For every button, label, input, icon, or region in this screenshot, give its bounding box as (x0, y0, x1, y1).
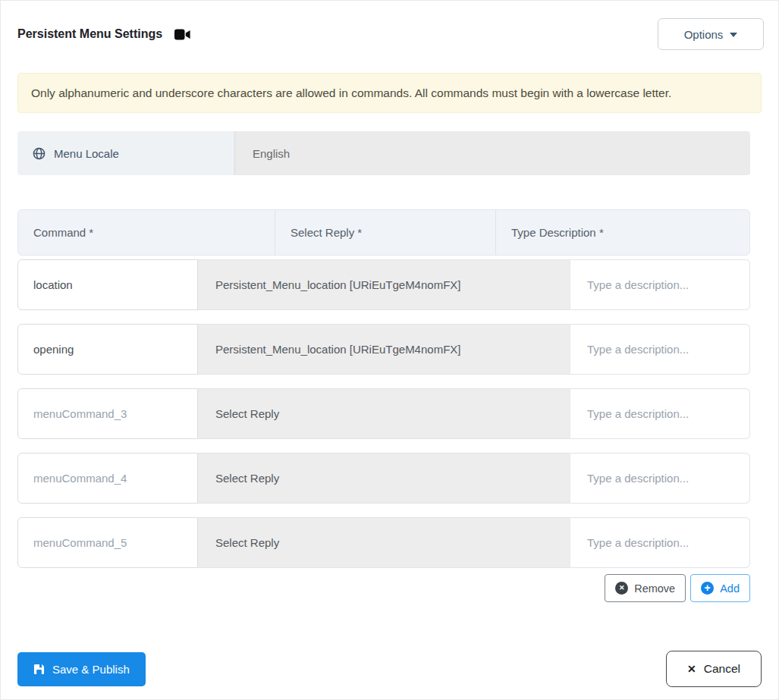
x-icon: ✕ (687, 663, 696, 675)
cancel-button[interactable]: ✕ Cancel (666, 651, 762, 687)
menu-locale-row: Menu Locale English (17, 131, 750, 175)
command-input[interactable] (17, 453, 198, 504)
options-button-label: Options (684, 28, 724, 41)
table-row: Select Reply (17, 388, 750, 439)
column-header-command-label: Command * (33, 226, 93, 239)
options-button[interactable]: Options (658, 18, 764, 50)
column-header-select-reply: Select Reply * (275, 210, 496, 255)
description-input[interactable] (570, 388, 750, 439)
video-camera-icon (174, 29, 191, 40)
page-title: Persistent Menu Settings (17, 27, 162, 41)
table-row: Persistent_Menu_location [URiEuTgeM4nomF… (17, 259, 750, 310)
column-header-command: Command * (18, 210, 275, 255)
save-publish-button-label: Save & Publish (52, 663, 130, 676)
description-input[interactable] (570, 517, 750, 568)
top-bar: Persistent Menu Settings Options (1, 1, 778, 50)
select-reply-button[interactable]: Select Reply (198, 388, 570, 439)
warning-alert: Only alphanumeric and underscore charact… (17, 73, 762, 113)
chevron-down-icon (730, 33, 737, 37)
select-reply-button[interactable]: Select Reply (198, 453, 570, 504)
add-button-label: Add (720, 582, 740, 595)
select-reply-button[interactable]: Select Reply (198, 517, 570, 568)
select-reply-button[interactable]: Persistent_Menu_location [URiEuTgeM4nomF… (198, 259, 570, 310)
command-input[interactable] (17, 388, 198, 439)
command-input[interactable] (17, 517, 198, 568)
table-body: Persistent_Menu_location [URiEuTgeM4nomF… (17, 259, 750, 568)
column-header-type-description-label: Type Description * (511, 226, 604, 239)
description-input[interactable] (570, 259, 750, 310)
floppy-save-icon (33, 664, 45, 675)
warning-alert-text: Only alphanumeric and underscore charact… (31, 86, 671, 100)
table-row: Persistent_Menu_location [URiEuTgeM4nomF… (17, 324, 750, 375)
table-row: Select Reply (17, 517, 750, 568)
globe-icon (33, 147, 46, 160)
menu-locale-label: Menu Locale (54, 147, 119, 160)
select-reply-button[interactable]: Persistent_Menu_location [URiEuTgeM4nomF… (198, 324, 570, 375)
remove-button[interactable]: ✕ Remove (605, 574, 686, 602)
column-header-select-reply-label: Select Reply * (291, 226, 362, 239)
command-input[interactable] (17, 324, 198, 375)
description-input[interactable] (570, 324, 750, 375)
persistent-menu-settings-panel: Persistent Menu Settings Options Only al… (0, 0, 779, 700)
row-actions: ✕ Remove + Add (1, 574, 750, 602)
cancel-button-label: Cancel (704, 662, 740, 676)
command-input[interactable] (17, 259, 198, 310)
description-input[interactable] (570, 453, 750, 504)
table-row: Select Reply (17, 453, 750, 504)
menu-locale-value-text: English (253, 147, 290, 160)
menu-locale-value[interactable]: English (236, 131, 750, 175)
column-header-type-description: Type Description * (496, 210, 749, 255)
add-button[interactable]: + Add (690, 574, 750, 602)
save-publish-button[interactable]: Save & Publish (17, 652, 146, 686)
footer-bar: Save & Publish ✕ Cancel (1, 651, 778, 687)
menu-locale-label-cell: Menu Locale (17, 131, 236, 175)
table-header: Command * Select Reply * Type Descriptio… (17, 209, 750, 256)
circle-x-icon: ✕ (615, 582, 628, 595)
remove-button-label: Remove (634, 582, 675, 595)
title-wrap: Persistent Menu Settings (17, 27, 191, 41)
circle-plus-icon: + (701, 582, 714, 595)
